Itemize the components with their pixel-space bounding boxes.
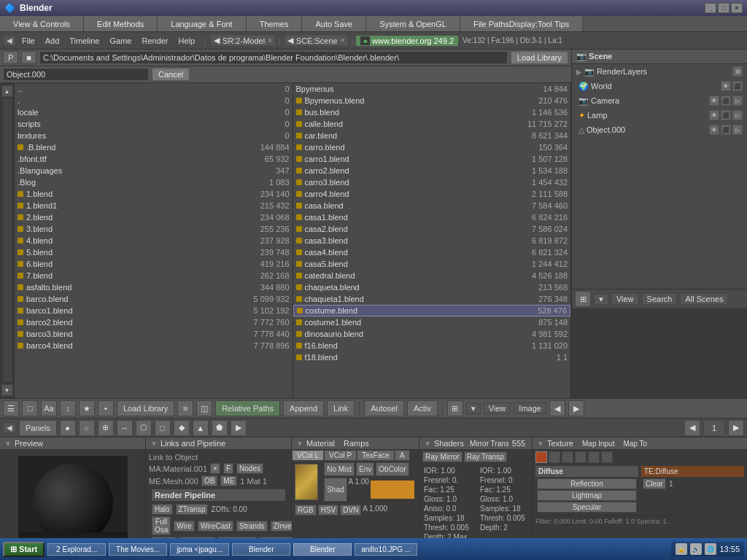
- tab-themes[interactable]: Themes: [247, 16, 303, 31]
- tex-channel-1[interactable]: [535, 451, 547, 463]
- tab-edit-methods[interactable]: Edit Methods: [84, 16, 158, 31]
- dropdown-arrow[interactable]: ▼: [466, 403, 481, 414]
- reflection-btn[interactable]: Reflection: [537, 478, 637, 489]
- preview-icon[interactable]: ◫: [196, 400, 212, 416]
- bookmark-button[interactable]: ■: [21, 51, 36, 64]
- scroll-up[interactable]: ▲: [1, 85, 13, 97]
- tab-view-controls[interactable]: View & Controls: [0, 16, 84, 31]
- list-item[interactable]: calle.blend 11 715 272: [293, 118, 571, 130]
- menu-add[interactable]: Add: [41, 35, 64, 47]
- tex-channel-5[interactable]: [588, 451, 600, 463]
- area-arrow-left[interactable]: ◀: [3, 35, 16, 46]
- texface-tab[interactable]: TexFace: [357, 450, 395, 461]
- taskbar-blender2[interactable]: Blender: [293, 543, 352, 556]
- select-button[interactable]: ▷: [732, 110, 743, 120]
- menu-render[interactable]: Render: [137, 35, 172, 47]
- tab-file-paths[interactable]: File PathsDisplay:Tool Tips: [460, 16, 583, 31]
- list-item[interactable]: 7.blend 262 168: [15, 270, 293, 281]
- list-item[interactable]: 6.blend 419 216: [15, 258, 293, 270]
- color-picker[interactable]: [371, 481, 414, 499]
- list-item[interactable]: carro1.blend 1 507 128: [293, 153, 571, 165]
- load-library-button[interactable]: Load Library: [511, 51, 568, 64]
- list-item[interactable]: f18.blend 1 1: [293, 351, 571, 363]
- next-frame-icon[interactable]: ▶: [728, 420, 744, 436]
- start-button[interactable]: ⊞ Start: [3, 542, 44, 557]
- visibility-button[interactable]: 👁: [709, 110, 719, 120]
- prev-frame-icon[interactable]: ◀: [684, 420, 700, 436]
- shad-btn[interactable]: Shad: [324, 478, 347, 502]
- panels-button[interactable]: Panels: [19, 420, 57, 436]
- taskbar-blender1[interactable]: Blender: [232, 543, 290, 556]
- list-item[interactable]: .. 0: [15, 83, 293, 95]
- hsv-btn[interactable]: HSV: [318, 505, 339, 516]
- mesh-icon[interactable]: □: [155, 420, 171, 436]
- list-item[interactable]: 1.blend1 215 432: [15, 200, 293, 211]
- me-button[interactable]: ME: [220, 475, 237, 486]
- load-library-toolbar-button[interactable]: Load Library: [117, 400, 174, 416]
- list-item[interactable]: barco2.blend 7 772 760: [15, 316, 293, 328]
- list-item[interactable]: carro4.blend 2 111 588: [293, 188, 571, 200]
- specular-btn[interactable]: Specular: [537, 502, 637, 513]
- list-item[interactable]: costume1.blend 875 148: [293, 316, 571, 328]
- tab-auto-save[interactable]: Auto Save: [302, 16, 366, 31]
- list-item[interactable]: carro3.blend 1 454 432: [293, 176, 571, 188]
- settings-icon[interactable]: ≡: [177, 400, 193, 416]
- visibility-button[interactable]: ⚙: [732, 66, 743, 77]
- ob-button[interactable]: OB: [201, 475, 217, 486]
- relative-paths-button[interactable]: Relative Paths: [215, 400, 280, 416]
- select-button[interactable]: ▷: [732, 125, 743, 135]
- scroll-down[interactable]: ▼: [1, 384, 13, 396]
- full-osa-btn[interactable]: Full Osa: [152, 516, 171, 535]
- left-arrow-icon[interactable]: ◀: [549, 400, 565, 416]
- render-button[interactable]: ⬛: [721, 96, 731, 106]
- view-icon[interactable]: □: [22, 400, 38, 416]
- list-item[interactable]: barco4.blend 7 778 896: [15, 340, 293, 351]
- taskbar-movies[interactable]: The Movies...: [109, 543, 167, 556]
- menu-game[interactable]: Game: [105, 35, 136, 47]
- list-item[interactable]: .B.blend 144 884: [15, 141, 293, 153]
- view-icon2[interactable]: ●: [60, 420, 76, 436]
- clear-button[interactable]: Clear: [643, 478, 666, 489]
- menu-help[interactable]: Help: [174, 35, 200, 47]
- tree-item-object000[interactable]: △ Object.000 👁 ⬛ ▷: [572, 122, 747, 137]
- autosel-button[interactable]: Autosel: [364, 400, 404, 416]
- halo-btn[interactable]: Halo: [152, 504, 173, 515]
- numbering-icon[interactable]: Aa: [41, 400, 57, 416]
- vcol-paint-tab[interactable]: VCol P: [324, 450, 357, 461]
- obcolor-btn[interactable]: ObColor: [376, 462, 409, 476]
- view-button[interactable]: View: [611, 293, 639, 305]
- tab-language-font[interactable]: Language & Font: [158, 16, 246, 31]
- area-type-icon[interactable]: ☰: [3, 400, 19, 416]
- list-item[interactable]: casa3.blend 6 819 872: [293, 235, 571, 246]
- taskbar-jpma[interactable]: jpma <jpagu...: [170, 543, 229, 556]
- wire-btn[interactable]: Wire: [174, 521, 195, 532]
- scene2-close[interactable]: ×: [341, 36, 345, 44]
- scene1-close[interactable]: ×: [268, 36, 272, 44]
- list-item[interactable]: .Blog 1 083: [15, 176, 293, 188]
- close-button[interactable]: ×: [731, 3, 743, 13]
- scene2-select[interactable]: ◀ SCE:Scene ×: [284, 34, 349, 47]
- list-item[interactable]: . 0: [15, 95, 293, 106]
- list-item[interactable]: .bfont.ttf 65 932: [15, 153, 293, 165]
- tab-system-opengl[interactable]: System & OpenGL: [366, 16, 460, 31]
- list-item[interactable]: 2.blend 234 068: [15, 211, 293, 223]
- sculpt-icon[interactable]: ◆: [174, 420, 190, 436]
- tree-item-camera[interactable]: 📷 Camera 👁 ⬛ ▷: [572, 93, 747, 108]
- snap-icon[interactable]: ↔: [117, 420, 133, 436]
- dyn-btn[interactable]: DVN: [340, 505, 361, 516]
- paint-icon[interactable]: ▲: [193, 420, 209, 436]
- tree-item-world[interactable]: 🌍 World 👁 ⬛: [572, 79, 747, 93]
- bookmark-icon[interactable]: •: [98, 400, 114, 416]
- list-item[interactable]: bus.blend 1 146 536: [293, 106, 571, 118]
- render-button[interactable]: ⬛: [721, 125, 731, 135]
- list-item[interactable]: barco.blend 5 099 932: [15, 293, 293, 305]
- menu-file[interactable]: File: [18, 35, 39, 47]
- right-arrow-icon[interactable]: ▶: [568, 400, 584, 416]
- ztransp-btn[interactable]: ZTransp: [176, 504, 209, 515]
- cancel-button[interactable]: Cancel: [152, 68, 190, 81]
- tex-channel-3[interactable]: [562, 451, 573, 463]
- list-item[interactable]: 5.blend 239 748: [15, 246, 293, 258]
- lightmap-btn[interactable]: Lightmap: [537, 490, 637, 501]
- ray-transp-btn[interactable]: Ray Transp: [464, 451, 507, 462]
- list-item[interactable]: asfalto.blend 344 880: [15, 281, 293, 293]
